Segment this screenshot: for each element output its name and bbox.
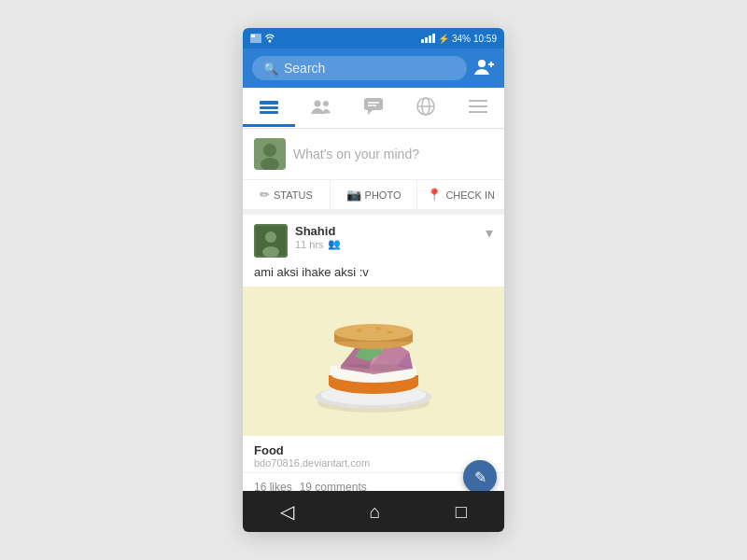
post-comments: 19 comments: [300, 481, 367, 491]
sim-icon: [250, 34, 261, 43]
post-text: ami aksi ihake aksi :v: [243, 263, 504, 287]
svg-point-2: [269, 40, 272, 43]
status-bar-left: [250, 34, 275, 43]
search-bar: 🔍 Search: [243, 49, 504, 88]
search-input-area[interactable]: 🔍 Search: [252, 56, 467, 80]
status-time: 10:59: [473, 34, 497, 44]
back-button[interactable]: ◁: [280, 500, 294, 523]
signal-bar-2: [425, 37, 428, 43]
tab-menu[interactable]: [452, 90, 504, 126]
battery-icon: ⚡: [438, 34, 449, 44]
post-dropdown-icon[interactable]: ▾: [486, 224, 493, 242]
tab-messages[interactable]: [347, 89, 400, 127]
svg-marker-12: [368, 110, 373, 115]
svg-rect-7: [260, 106, 278, 109]
food-svg: [271, 287, 476, 436]
search-icon: 🔍: [263, 62, 278, 76]
compose-fab-button[interactable]: ✎: [463, 460, 497, 491]
post-time: 11 hrs: [295, 239, 324, 250]
camera-icon: 📷: [346, 188, 361, 202]
status-action[interactable]: ✏ STATUS: [243, 180, 331, 209]
post-link-url: bdo70816.deviantart.com: [254, 457, 493, 469]
photo-action[interactable]: 📷 PHOTO: [331, 180, 418, 209]
battery-level: 34%: [452, 34, 471, 44]
recents-button[interactable]: □: [456, 501, 467, 523]
signal-bars: [421, 34, 435, 43]
checkin-action[interactable]: 📍 CHECK IN: [417, 180, 504, 209]
svg-rect-6: [260, 101, 278, 105]
svg-point-9: [315, 101, 321, 107]
svg-rect-8: [260, 111, 278, 114]
signal-bar-4: [432, 34, 435, 43]
checkin-label: CHECK IN: [445, 189, 495, 201]
user-avatar: [254, 138, 286, 170]
post-user-info: Shahid 11 hrs 👥: [295, 224, 478, 250]
svg-rect-1: [251, 35, 255, 37]
post-link-title: Food: [254, 443, 493, 457]
status-bar-right: ⚡ 34% 10:59: [421, 34, 497, 44]
svg-point-46: [334, 324, 413, 341]
pencil-icon: ✏: [260, 188, 270, 202]
post-username: Shahid: [295, 224, 478, 238]
svg-point-3: [478, 60, 486, 67]
phone-frame: ⚡ 34% 10:59 🔍 Search: [243, 28, 504, 532]
compose-icon: ✎: [474, 469, 486, 486]
composer-placeholder[interactable]: What's on your mind?: [293, 147, 493, 161]
home-button[interactable]: ⌂: [369, 501, 380, 523]
svg-point-10: [323, 101, 329, 106]
search-placeholder: Search: [284, 61, 325, 76]
back-icon: ◁: [280, 500, 294, 523]
tab-friends[interactable]: [295, 90, 347, 126]
feed: What's on your mind? ✏ STATUS 📷 PHOTO 📍 …: [243, 129, 504, 491]
svg-point-22: [263, 144, 276, 157]
post-stats: 16 likes 19 comments: [254, 481, 367, 491]
post-likes: 16 likes: [254, 481, 292, 491]
wifi-icon: [265, 34, 275, 43]
post-meta: 11 hrs 👥: [295, 238, 478, 250]
svg-point-27: [262, 246, 279, 258]
post-image: [243, 287, 504, 436]
tab-globe[interactable]: [400, 88, 452, 128]
nav-tabs: [243, 88, 504, 129]
friends-requests-icon[interactable]: [474, 58, 495, 79]
composer-top: What's on your mind?: [243, 129, 504, 179]
tab-home[interactable]: [243, 89, 295, 127]
post-footer: 16 likes 19 comments ✎: [243, 472, 504, 491]
bottom-nav: ◁ ⌂ □: [243, 491, 504, 532]
signal-bar-3: [429, 35, 431, 43]
photo-label: PHOTO: [365, 189, 402, 201]
signal-bar-1: [421, 39, 424, 43]
composer-actions: ✏ STATUS 📷 PHOTO 📍 CHECK IN: [243, 179, 504, 209]
status-bar: ⚡ 34% 10:59: [243, 28, 504, 49]
svg-rect-11: [364, 98, 383, 110]
recents-icon: □: [456, 501, 467, 523]
status-label: STATUS: [274, 189, 313, 201]
home-icon: ⌂: [369, 501, 380, 523]
svg-point-26: [265, 231, 276, 243]
post-avatar: [254, 224, 288, 258]
post-composer: What's on your mind? ✏ STATUS 📷 PHOTO 📍 …: [243, 129, 504, 209]
location-icon: 📍: [427, 188, 442, 202]
post-card: Shahid 11 hrs 👥 ▾ ami aksi ihake aksi :v: [243, 215, 504, 491]
post-header: Shahid 11 hrs 👥 ▾: [243, 215, 504, 263]
svg-point-43: [338, 364, 409, 371]
visibility-icon: 👥: [328, 238, 341, 250]
